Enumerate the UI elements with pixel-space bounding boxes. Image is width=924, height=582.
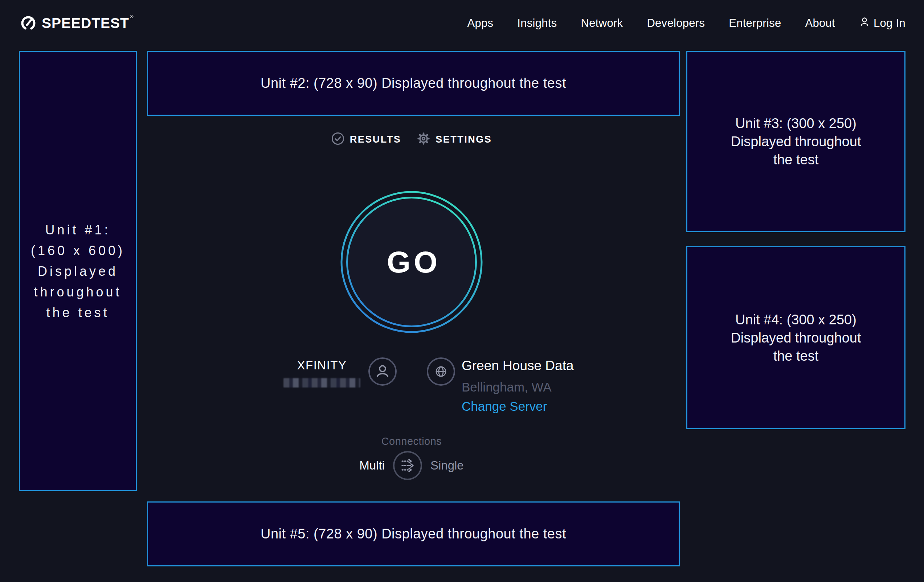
ad-unit-4-label: Unit #4: (300 x 250) Displayed throughou… — [731, 311, 861, 365]
top-nav: SPEEDTEST® Apps Insights Network Develop… — [0, 0, 924, 46]
server-name: Green House Data — [462, 358, 574, 373]
nav-item-developers[interactable]: Developers — [647, 17, 705, 30]
ad-unit-4[interactable]: Unit #4: (300 x 250) Displayed throughou… — [686, 246, 906, 429]
isp-block: XFINITY — [280, 358, 364, 387]
tab-settings-label: SETTINGS — [436, 134, 492, 145]
nav-item-apps[interactable]: Apps — [467, 17, 493, 30]
connections-toggle[interactable] — [393, 451, 422, 480]
gear-icon — [417, 132, 430, 147]
person-icon — [859, 16, 870, 30]
nav-menu: Apps Insights Network Developers Enterpr… — [467, 0, 906, 46]
ad-unit-2[interactable]: Unit #2: (728 x 90) Displayed throughout… — [147, 51, 680, 116]
connections-row: Multi Single — [303, 450, 520, 481]
go-button-label: GO — [339, 190, 484, 335]
ad-unit-1-label: Unit #1: (160 x 600) Displayed throughou… — [31, 219, 125, 323]
tab-results-label: RESULTS — [350, 134, 401, 145]
trademark-mark: ® — [130, 14, 134, 19]
person-icon — [368, 358, 397, 386]
server-location: Bellingham, WA — [462, 380, 574, 394]
ad-unit-3-label: Unit #3: (300 x 250) Displayed throughou… — [731, 114, 861, 169]
ad-unit-5-label: Unit #5: (728 x 90) Displayed throughout… — [261, 526, 566, 542]
nav-login[interactable]: Log In — [859, 16, 906, 30]
multi-stream-arrows-icon — [393, 451, 422, 480]
ad-unit-1[interactable]: Unit #1: (160 x 600) Displayed throughou… — [19, 51, 137, 491]
isp-name: XFINITY — [297, 358, 346, 372]
server-block: Green House Data Bellingham, WA Change S… — [462, 358, 574, 413]
login-label: Log In — [874, 17, 906, 30]
nav-item-insights[interactable]: Insights — [517, 17, 557, 30]
speedtest-logo[interactable]: SPEEDTEST® — [20, 0, 134, 46]
view-tabs: RESULTS SETTINGS — [303, 130, 520, 148]
logo-text: SPEEDTEST® — [42, 15, 134, 31]
connections-option-single[interactable]: Single — [431, 458, 464, 472]
redacted-ip-address — [284, 378, 360, 387]
check-circle-icon — [332, 132, 345, 147]
ad-unit-2-label: Unit #2: (728 x 90) Displayed throughout… — [261, 76, 566, 91]
tab-settings[interactable]: SETTINGS — [417, 132, 492, 147]
ad-unit-3[interactable]: Unit #3: (300 x 250) Displayed throughou… — [686, 51, 906, 232]
ad-unit-5[interactable]: Unit #5: (728 x 90) Displayed throughout… — [147, 501, 680, 566]
connections-option-multi[interactable]: Multi — [359, 458, 385, 472]
globe-icon — [427, 358, 455, 386]
speedometer-icon — [20, 14, 37, 32]
nav-item-about[interactable]: About — [805, 17, 835, 30]
go-button[interactable]: GO — [339, 190, 484, 335]
connections-heading: Connections — [339, 435, 484, 447]
nav-item-enterprise[interactable]: Enterprise — [729, 17, 781, 30]
change-server-link[interactable]: Change Server — [462, 399, 547, 413]
nav-item-network[interactable]: Network — [581, 17, 623, 30]
tab-results[interactable]: RESULTS — [332, 132, 401, 147]
